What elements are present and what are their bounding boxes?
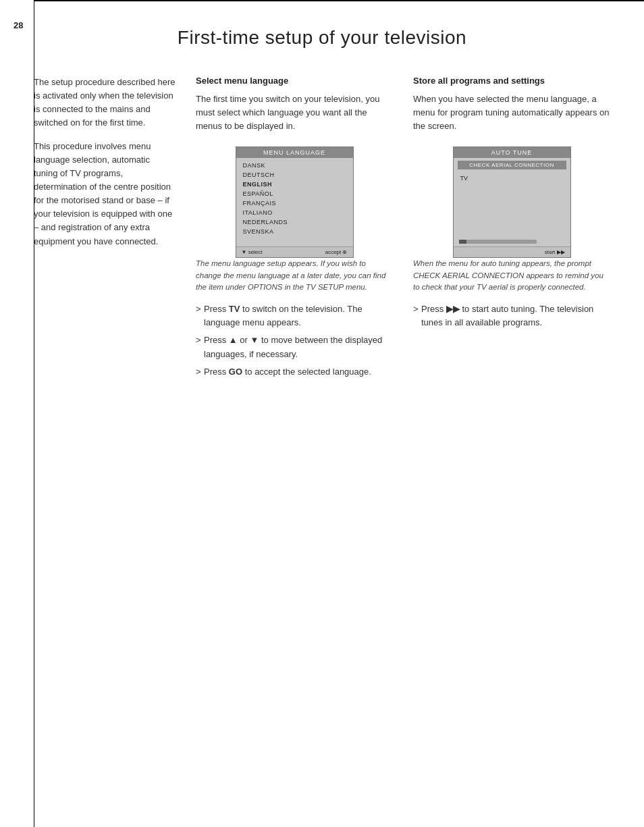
menu-screen-body: DANSK DEUTSCH ENGLISH ESPAÑOL FRANÇAIS I… — [236, 158, 353, 239]
menu-item-italiano: ITALIANO — [243, 208, 346, 217]
progress-fill — [459, 240, 467, 244]
menu-item-english: ENGLISH — [243, 180, 346, 189]
left-line — [34, 0, 34, 827]
select-menu-language-section: Select menu language The first time you … — [196, 76, 393, 383]
auto-tune-alert: CHECK AERIAL CONNECTION — [458, 161, 566, 169]
instruction-press-ff: Press ▶▶ to start auto tuning. The telev… — [413, 302, 610, 329]
menu-footer-select: ▼ select — [242, 249, 263, 255]
select-menu-caption: The menu language setup appears. If you … — [196, 258, 393, 293]
auto-tune-body: TV — [454, 172, 570, 184]
auto-tune-start: start ▶▶ — [545, 249, 565, 255]
auto-tune-tv-label: TV — [460, 175, 468, 182]
key-down: ▼ — [250, 335, 259, 345]
instruction-press-tv: Press TV to switch on the television. Th… — [196, 302, 393, 329]
page-number: 28 — [14, 20, 23, 30]
key-ff: ▶▶ — [446, 304, 460, 314]
instruction-press-arrows: Press ▲ or ▼ to move between the display… — [196, 334, 393, 361]
menu-item-svenska: SVENSKA — [243, 227, 346, 236]
menu-item-deutsch: DEUTSCH — [243, 170, 346, 180]
main-layout: The setup procedure described here is ac… — [34, 76, 610, 383]
menu-item-nederlands: NEDERLANDS — [243, 217, 346, 227]
menu-item-dansk: DANSK — [243, 161, 346, 170]
right-area: Select menu language The first time you … — [196, 76, 610, 383]
auto-tune-footer: start ▶▶ — [454, 246, 570, 257]
menu-footer: ▼ select accept ⊕ — [236, 246, 353, 257]
left-column: The setup procedure described here is ac… — [34, 76, 196, 383]
store-all-section: Store all programs and settings When you… — [413, 76, 610, 383]
top-border — [34, 0, 644, 1]
select-menu-description: The first time you switch on your televi… — [196, 92, 393, 133]
menu-item-francais: FRANÇAIS — [243, 198, 346, 208]
select-menu-instructions: Press TV to switch on the television. Th… — [196, 302, 393, 379]
menu-language-screen: MENU LANGUAGE DANSK DEUTSCH ENGLISH ESPA… — [236, 146, 354, 258]
auto-tune-header: AUTO TUNE — [454, 147, 570, 158]
store-all-caption: When the menu for auto tuning appears, t… — [413, 258, 610, 293]
store-all-title: Store all programs and settings — [413, 76, 610, 86]
progress-bar-area — [459, 240, 537, 244]
instruction-press-go: Press GO to accept the selected language… — [196, 365, 393, 379]
key-go: GO — [229, 367, 242, 377]
menu-footer-accept: accept ⊕ — [325, 249, 348, 255]
store-all-instructions: Press ▶▶ to start auto tuning. The telev… — [413, 302, 610, 329]
store-all-description: When you have selected the menu language… — [413, 92, 610, 133]
key-up: ▲ — [229, 335, 238, 345]
page-title: First-time setup of your television — [34, 27, 610, 49]
page-container: 28 First-time setup of your television T… — [0, 0, 644, 827]
menu-item-espanol: ESPAÑOL — [243, 189, 346, 198]
auto-tune-screen: AUTO TUNE CHECK AERIAL CONNECTION TV sta… — [453, 146, 571, 258]
intro-para2: This procedure involves menu language se… — [34, 140, 176, 248]
select-menu-title: Select menu language — [196, 76, 393, 86]
menu-screen-header: MENU LANGUAGE — [236, 147, 353, 158]
key-tv: TV — [229, 304, 240, 314]
intro-para1: The setup procedure described here is ac… — [34, 76, 176, 130]
